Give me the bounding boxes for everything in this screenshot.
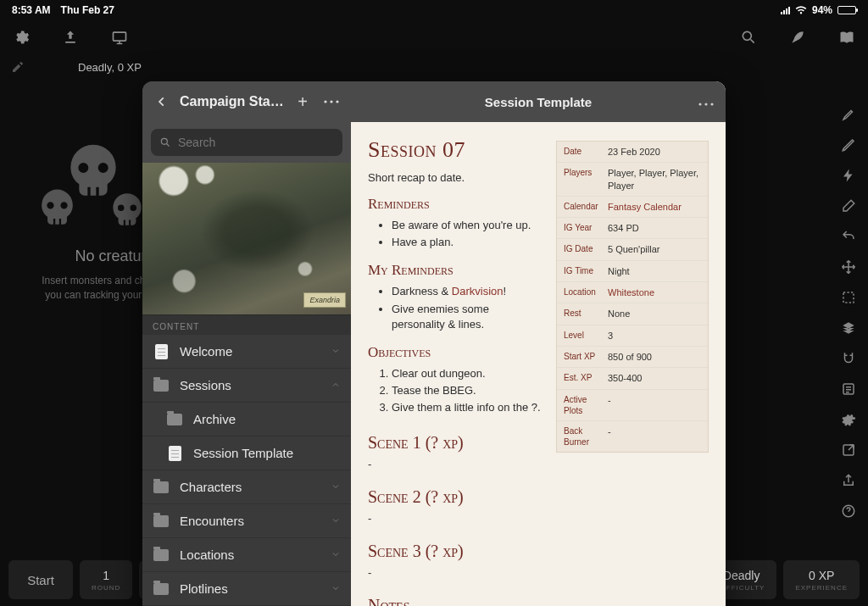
info-key: IG Date [564,243,608,255]
info-value[interactable]: Whitestone [608,286,701,298]
info-row: IG Year634 PD [557,218,708,239]
status-time: 8:53 AM [12,4,51,16]
tree-item-plotlines[interactable]: Plotlines [142,572,351,606]
tree-item-archive[interactable]: Archive [142,403,351,436]
chevron-down-icon [331,548,341,563]
upload-icon[interactable] [61,28,80,47]
gear-small-icon[interactable] [839,410,858,429]
folder-icon [153,581,170,598]
svg-point-8 [336,100,338,103]
doc-icon [153,343,170,360]
book-icon[interactable] [837,28,856,47]
tree-item-label: Plotlines [180,581,320,596]
info-value: 3 [608,330,701,342]
notes-heading: Notes [368,596,709,607]
marquee-icon[interactable] [839,288,858,307]
scene2-body: - [368,512,709,525]
status-date: Thu Feb 27 [61,4,114,16]
quill-icon[interactable] [788,28,807,47]
undo-icon[interactable] [839,227,858,246]
info-row: Start XP850 of 900 [557,347,708,368]
tree-item-session-template[interactable]: Session Template [142,436,351,470]
info-value: 350-400 [608,372,701,384]
add-button[interactable]: + [292,91,314,113]
tree-item-sessions[interactable]: Sessions [142,369,351,403]
highlighter-icon[interactable] [839,105,858,124]
magnet-icon[interactable] [839,349,858,368]
scene3-body: - [368,566,709,579]
info-key: Level [564,330,608,342]
battery-icon [837,6,856,14]
back-button[interactable] [151,91,173,113]
search-input[interactable] [178,136,334,149]
share-icon[interactable] [839,471,858,490]
popout-icon[interactable] [839,441,858,459]
right-tool-rail [829,54,868,580]
display-icon[interactable] [110,28,129,47]
round-indicator[interactable]: 1ROUND [80,560,132,599]
document-title: Session Template [485,95,592,109]
scene1-body: - [368,458,709,470]
pencil-icon[interactable] [8,58,27,76]
eraser-icon[interactable] [839,197,858,215]
document-body[interactable]: Date23 Feb 2020PlayersPlayer, Player, Pl… [351,122,726,606]
xp-indicator[interactable]: 0 XPEXPERIENCE [783,560,860,599]
sidebar-more-button[interactable] [320,91,342,113]
magnify-icon[interactable] [739,28,758,47]
info-value: 634 PD [608,222,701,234]
info-row: Active Plots- [557,390,708,421]
chevron-down-icon [331,581,341,597]
wifi-icon [795,6,807,14]
svg-rect-2 [843,292,854,303]
status-bar: 8:53 AM Thu Feb 27 94% [0,0,868,20]
tree-item-locations[interactable]: Locations [142,538,351,572]
content-header: CONTENT [142,315,351,335]
chevron-up-icon [331,378,341,393]
info-key: Calendar [564,201,608,213]
info-value: Player, Player, Player, Player [608,167,701,192]
scene2-heading: Scene 2 (? xp) [368,487,709,507]
chevron-down-icon [331,344,341,359]
cell-signal-icon [781,7,790,14]
layers-icon[interactable] [839,319,858,337]
svg-point-10 [698,103,701,105]
panel-sidebar: Campaign Star… + Exandria CONTENT Welcom… [142,81,351,606]
info-table: Date23 Feb 2020PlayersPlayer, Player, Pl… [556,141,709,453]
darkvision-link[interactable]: Darkvision [452,285,504,297]
info-value: - [608,425,701,448]
info-value: None [608,308,701,320]
svg-point-7 [330,100,332,103]
move-icon[interactable] [839,258,858,276]
info-key: Active Plots [564,394,608,416]
campaign-panel: Campaign Star… + Exandria CONTENT Welcom… [142,81,726,606]
info-key: Back Burner [564,425,608,448]
search-field[interactable] [151,129,342,156]
content-tree: WelcomeSessionsArchiveSession TemplateCh… [142,335,351,606]
pencil-draw-icon[interactable] [839,136,858,154]
info-key: IG Year [564,222,608,234]
info-key: Players [564,167,608,192]
gear-icon[interactable] [12,28,31,47]
info-row: PlayersPlayer, Player, Player, Player [557,163,708,197]
document-more-button[interactable] [698,94,714,109]
info-value[interactable]: Fantasy Calendar [608,201,701,213]
tree-item-label: Characters [180,480,320,494]
tree-item-welcome[interactable]: Welcome [142,335,351,369]
bolt-icon[interactable] [839,166,858,185]
start-button[interactable]: Start [8,560,73,599]
tree-item-characters[interactable]: Characters [142,470,351,504]
battery-percent: 94% [812,4,832,16]
tree-item-label: Session Template [193,446,341,460]
info-key: Start XP [564,351,608,363]
campaign-map-thumbnail[interactable]: Exandria [142,163,351,315]
doc-icon [166,445,183,462]
help-icon[interactable] [839,502,858,520]
info-row: Level3 [557,325,708,347]
info-value: - [608,394,701,416]
top-toolbar [0,20,868,54]
info-row: RestNone [557,303,708,325]
document-pane: Session Template Date23 Feb 2020PlayersP… [351,81,726,606]
folder-icon [153,547,170,564]
note-icon[interactable] [839,380,858,398]
tree-item-encounters[interactable]: Encounters [142,504,351,538]
